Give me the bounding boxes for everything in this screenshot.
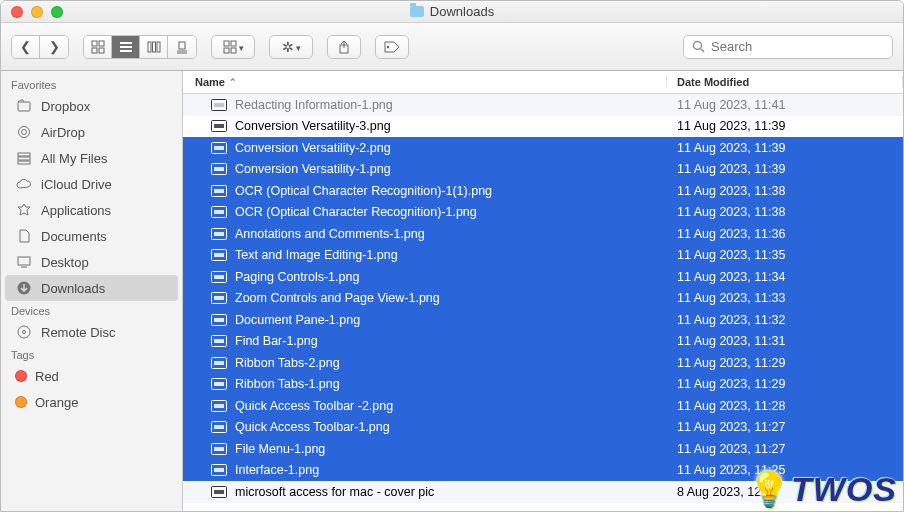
file-name-cell: Conversion Versatility-2.png [183,141,667,155]
allfiles-icon [15,149,33,167]
file-row[interactable]: Paging Controls-1.png11 Aug 2023, 11:34 [183,266,903,288]
file-row[interactable]: Zoom Controls and Page View-1.png11 Aug … [183,288,903,310]
file-name: Redacting Information-1.png [235,98,393,112]
minimize-icon[interactable] [31,6,43,18]
sidebar-item-icloud[interactable]: iCloud Drive [1,171,182,197]
tag-icon [384,41,400,53]
close-icon[interactable] [11,6,23,18]
file-name: Ribbon Tabs-1.png [235,377,340,391]
sidebar-item-documents[interactable]: Documents [1,223,182,249]
file-name-cell: Paging Controls-1.png [183,270,667,284]
column-view-button[interactable] [140,36,168,58]
search-input[interactable] [711,39,884,54]
image-file-icon [211,443,227,455]
svg-rect-9 [157,42,160,52]
file-row[interactable]: Find Bar-1.png11 Aug 2023, 11:31 [183,331,903,353]
file-name: Ribbon Tabs-2.png [235,356,340,370]
sidebar-heading-favorites: Favorites [1,75,182,93]
image-file-icon [211,400,227,412]
image-file-icon [211,357,227,369]
sidebar-item-tag-red[interactable]: Red [1,363,182,389]
image-file-icon [211,228,227,240]
file-date-cell: 11 Aug 2023, 11:36 [667,227,903,241]
svg-rect-1 [99,41,104,46]
action-button[interactable]: ✲ ▾ [269,35,313,59]
file-date-cell: 11 Aug 2023, 11:33 [667,291,903,305]
file-row[interactable]: Ribbon Tabs-1.png11 Aug 2023, 11:29 [183,374,903,396]
window-controls [1,6,63,18]
window-title: Downloads [1,4,903,19]
sidebar-item-tag-orange[interactable]: Orange [1,389,182,415]
file-row[interactable]: Annotations and Comments-1.png11 Aug 202… [183,223,903,245]
documents-icon [15,227,33,245]
share-icon [337,40,351,54]
list-view-button[interactable] [112,36,140,58]
sidebar-item-applications[interactable]: Applications [1,197,182,223]
file-name-cell: microsoft access for mac - cover pic [183,485,667,499]
group-by-button[interactable]: ▾ [211,35,255,59]
file-date-cell: 11 Aug 2023, 11:25 [667,463,903,477]
file-row[interactable]: Conversion Versatility-1.png11 Aug 2023,… [183,159,903,181]
svg-point-19 [387,45,389,47]
sidebar-item-label: Remote Disc [41,325,115,340]
svg-rect-2 [92,48,97,53]
sidebar-item-airdrop[interactable]: AirDrop [1,119,182,145]
file-row[interactable]: Redacting Information-1.png11 Aug 2023, … [183,94,903,116]
file-row[interactable]: Quick Access Toolbar -2.png11 Aug 2023, … [183,395,903,417]
file-row[interactable]: microsoft access for mac - cover pic8 Au… [183,481,903,503]
svg-rect-13 [224,41,229,46]
file-date-cell: 8 Aug 2023, 12:04 [667,485,903,499]
file-date-cell: 11 Aug 2023, 11:35 [667,248,903,262]
back-button[interactable]: ❮ [12,36,40,58]
svg-rect-27 [18,161,30,164]
file-name: Quick Access Toolbar-1.png [235,420,390,434]
sidebar-item-allfiles[interactable]: All My Files [1,145,182,171]
share-button[interactable] [327,35,361,59]
column-header-date[interactable]: Date Modified [667,76,903,88]
file-name: Find Bar-1.png [235,334,318,348]
tags-button[interactable] [375,35,409,59]
file-date-cell: 11 Aug 2023, 11:27 [667,442,903,456]
file-date-cell: 11 Aug 2023, 11:31 [667,334,903,348]
file-row[interactable]: OCR (Optical Character Recognition)-1.pn… [183,202,903,224]
svg-line-21 [701,49,704,52]
file-date-cell: 11 Aug 2023, 11:32 [667,313,903,327]
sidebar-item-desktop[interactable]: Desktop [1,249,182,275]
file-name-cell: Ribbon Tabs-1.png [183,377,667,391]
file-row[interactable]: Text and Image Editing-1.png11 Aug 2023,… [183,245,903,267]
file-row[interactable]: Quick Access Toolbar-1.png11 Aug 2023, 1… [183,417,903,439]
image-file-icon [211,163,227,175]
chevron-down-icon: ▾ [239,43,244,53]
file-row[interactable]: Conversion Versatility-3.png11 Aug 2023,… [183,116,903,138]
file-name-cell: Ribbon Tabs-2.png [183,356,667,370]
forward-button[interactable]: ❯ [40,36,68,58]
file-row[interactable]: Conversion Versatility-2.png11 Aug 2023,… [183,137,903,159]
file-row[interactable]: Document Pane-1.png11 Aug 2023, 11:32 [183,309,903,331]
sidebar-item-label: All My Files [41,151,107,166]
file-row[interactable]: OCR (Optical Character Recognition)-1(1)… [183,180,903,202]
gallery-icon [175,40,189,54]
file-date-cell: 11 Aug 2023, 11:38 [667,184,903,198]
sidebar-item-dropbox[interactable]: Dropbox [1,93,182,119]
sidebar-item-label: Documents [41,229,107,244]
sidebar-item-downloads[interactable]: Downloads [5,275,178,301]
view-mode-segment [83,35,197,59]
search-field[interactable] [683,35,893,59]
coverflow-view-button[interactable] [168,36,196,58]
file-row[interactable]: File Menu-1.png11 Aug 2023, 11:27 [183,438,903,460]
image-file-icon [211,249,227,261]
svg-rect-3 [99,48,104,53]
file-row[interactable]: Interface-1.png11 Aug 2023, 11:25 [183,460,903,482]
file-name-cell: Annotations and Comments-1.png [183,227,667,241]
file-row[interactable]: Ribbon Tabs-2.png11 Aug 2023, 11:29 [183,352,903,374]
image-file-icon [211,335,227,347]
group-icon [223,40,237,54]
sidebar-item-remote-disc[interactable]: Remote Disc [1,319,182,345]
zoom-icon[interactable] [51,6,63,18]
icon-view-button[interactable] [84,36,112,58]
file-name: Paging Controls-1.png [235,270,359,284]
sidebar-heading-devices: Devices [1,301,182,319]
folder-icon [410,6,424,17]
column-header-name[interactable]: Name ⌃ [183,76,667,88]
toolbar: ❮ ❯ ▾ ✲ ▾ [1,23,903,71]
